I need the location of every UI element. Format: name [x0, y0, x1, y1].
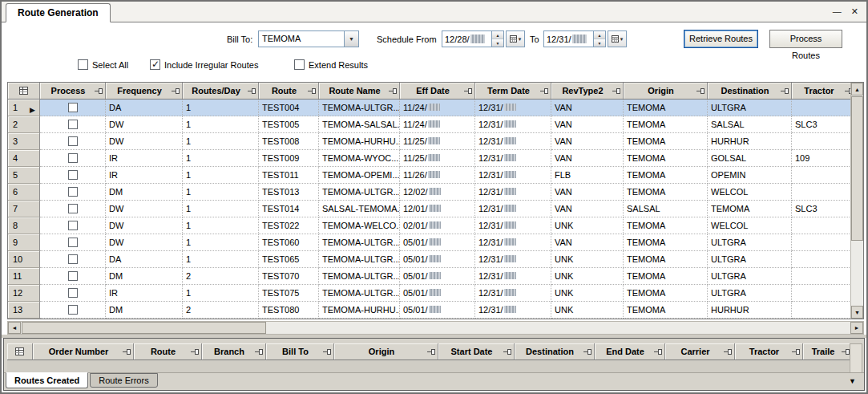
pin-icon[interactable] — [612, 87, 621, 95]
row-header[interactable]: 13 — [8, 302, 40, 319]
cell-frequency[interactable]: DW — [106, 116, 183, 133]
cell-tractor[interactable] — [792, 184, 850, 201]
pin-icon[interactable] — [248, 87, 256, 95]
row-header[interactable]: 4 — [8, 150, 40, 167]
cell-frequency[interactable]: DW — [106, 133, 183, 150]
cell-eff_date[interactable]: 05/01/ — [400, 234, 475, 251]
table-row[interactable]: 5IR1TEST011TEMOMA-OPEMI...11/26/12/31/FL… — [8, 167, 850, 184]
cell-eff_date[interactable]: 11/25/ — [400, 133, 475, 150]
cell-destination[interactable]: ULTGRA — [708, 251, 792, 268]
scroll-left-button[interactable]: ◄ — [8, 322, 21, 334]
cell-frequency[interactable]: DA — [106, 100, 183, 116]
schedule-to-input[interactable]: 12/31/ — [543, 30, 594, 47]
results-vertical-scrollbar[interactable] — [850, 343, 862, 375]
pin-icon[interactable] — [427, 348, 436, 355]
checkbox-extend-results[interactable]: Extend Results — [294, 59, 368, 70]
cell-route_name[interactable]: SALSAL-TEMOMA... — [319, 201, 400, 217]
cell-destination[interactable]: WELCOL — [708, 217, 792, 234]
cell-tractor[interactable] — [792, 217, 850, 234]
cell-routes_day[interactable]: 1 — [183, 217, 259, 234]
checkbox-include-irregular-routes[interactable]: Include Irregular Routes — [150, 59, 258, 70]
cell-frequency[interactable]: IR — [106, 167, 183, 184]
cell-origin[interactable]: TEMOMA — [624, 285, 708, 302]
table-row[interactable]: 10DA1TEST065TEMOMA-ULTGR...05/01/12/31/U… — [8, 251, 850, 268]
cell-route_name[interactable]: TEMOMA-ULTGR... — [319, 234, 400, 251]
cell-origin[interactable]: SALSAL — [624, 201, 708, 217]
cell-eff_date[interactable]: 11/25/ — [400, 150, 475, 167]
cell-rev_type2[interactable]: VAN — [551, 133, 624, 150]
pin-icon[interactable] — [255, 348, 264, 355]
cell-destination[interactable]: OPEMIN — [708, 167, 792, 184]
cell-process[interactable] — [40, 302, 106, 319]
cell-eff_date[interactable]: 11/24/ — [400, 100, 475, 116]
cell-route_name[interactable]: TEMOMA-ULTGR... — [319, 100, 400, 116]
dropdown-button[interactable]: ▼ — [344, 31, 358, 47]
row-header[interactable]: 11 — [8, 268, 40, 285]
process-checkbox[interactable] — [68, 120, 78, 129]
cell-route[interactable]: TEST008 — [259, 133, 319, 150]
process-checkbox[interactable] — [68, 305, 78, 315]
cell-frequency[interactable]: DW — [106, 217, 183, 234]
cell-term_date[interactable]: 12/31/ — [475, 251, 551, 268]
table-row[interactable]: 2DW1TEST005TEMOMA-SALSAL...11/24/12/31/V… — [8, 116, 850, 133]
cell-term_date[interactable]: 12/31/ — [475, 201, 551, 217]
cell-tractor[interactable] — [792, 133, 850, 150]
process-checkbox[interactable] — [68, 204, 78, 213]
cell-eff_date[interactable]: 11/24/ — [400, 116, 475, 133]
cell-routes_day[interactable]: 1 — [183, 167, 259, 184]
process-checkbox[interactable] — [68, 238, 78, 247]
cell-frequency[interactable]: DW — [106, 201, 183, 217]
cell-process[interactable] — [40, 251, 106, 268]
pin-icon[interactable] — [172, 87, 180, 95]
cell-rev_type2[interactable]: VAN — [551, 184, 624, 201]
cell-process[interactable] — [40, 217, 106, 234]
process-checkbox[interactable] — [68, 103, 78, 112]
cell-frequency[interactable]: IR — [106, 150, 183, 167]
cell-rev_type2[interactable]: UNK — [551, 302, 624, 319]
spin-up-button[interactable]: ▲ — [594, 31, 605, 39]
cell-frequency[interactable]: DW — [106, 234, 183, 251]
row-header[interactable]: 5 — [8, 167, 40, 184]
cell-eff_date[interactable]: 02/01/ — [400, 217, 475, 234]
cell-destination[interactable]: GOLSAL — [708, 150, 792, 167]
cell-tractor[interactable] — [792, 251, 850, 268]
tab-route-errors[interactable]: Route Errors — [90, 373, 157, 388]
column-header-term_date[interactable]: Term Date — [475, 83, 551, 100]
cell-rev_type2[interactable]: UNK — [551, 251, 624, 268]
column-header-destination[interactable]: Destination — [515, 343, 595, 360]
process-checkbox[interactable] — [68, 136, 78, 146]
pin-icon[interactable] — [724, 348, 733, 355]
cell-tractor[interactable] — [792, 302, 850, 319]
process-checkbox[interactable] — [68, 187, 78, 197]
cell-eff_date[interactable]: 12/02/ — [400, 184, 475, 201]
cell-destination[interactable]: HURHUR — [708, 302, 792, 319]
spin-down-button[interactable]: ▼ — [492, 39, 503, 47]
pin-icon[interactable] — [389, 87, 398, 95]
cell-origin[interactable]: TEMOMA — [624, 116, 708, 133]
cell-route[interactable]: TEST070 — [259, 268, 319, 285]
cell-rev_type2[interactable]: UNK — [551, 217, 624, 234]
cell-destination[interactable]: ULTGRA — [708, 234, 792, 251]
chevron-down-icon[interactable]: ▼ — [849, 377, 856, 385]
row-header[interactable]: 9 — [8, 234, 40, 251]
cell-process[interactable] — [40, 150, 106, 167]
cell-rev_type2[interactable]: VAN — [551, 234, 624, 251]
column-header-eff_date[interactable]: Eff Date — [400, 83, 475, 100]
pin-icon[interactable] — [540, 87, 549, 95]
column-header-route_name[interactable]: Route Name — [319, 83, 400, 100]
column-header-start-date[interactable]: Start Date — [438, 343, 515, 360]
cell-rev_type2[interactable]: VAN — [551, 100, 624, 116]
row-header[interactable]: 3 — [8, 133, 40, 150]
cell-routes_day[interactable]: 1 — [183, 285, 259, 302]
spin-up-button[interactable]: ▲ — [492, 31, 503, 39]
column-header-tractor[interactable]: Tractor — [792, 83, 850, 100]
process-checkbox[interactable] — [68, 170, 78, 180]
row-header[interactable]: 8 — [8, 217, 40, 234]
horizontal-scrollbar[interactable]: ◄ ► — [7, 321, 864, 335]
cell-process[interactable] — [40, 234, 106, 251]
scrollbar-thumb[interactable] — [22, 322, 266, 334]
column-header-tractor[interactable]: Tractor — [735, 343, 803, 360]
schedule-from-input[interactable]: 12/28/ — [442, 30, 492, 47]
table-row[interactable]: 6DM1TEST013TEMOMA-ULTGR...12/02/12/31/VA… — [8, 184, 850, 201]
cell-destination[interactable]: ULTGRA — [708, 100, 792, 116]
